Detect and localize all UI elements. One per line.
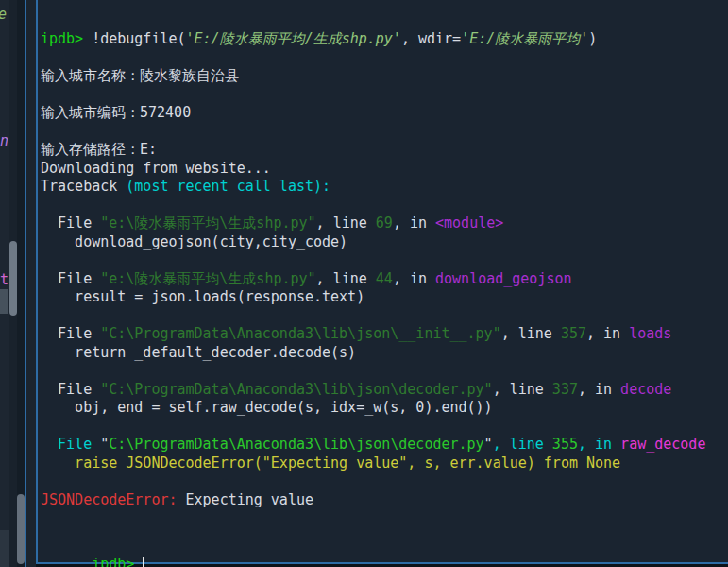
console-text-segment: 69 (376, 215, 393, 232)
console-text-segment: , in (393, 215, 435, 232)
console-text-segment: raw_decode (620, 436, 705, 453)
text-cursor (143, 557, 144, 567)
console-line: obj, end = self.raw_decode(s, idx=_w(s, … (41, 399, 728, 418)
ipython-debugger-console[interactable]: ipdb> !debugfile('E:/陵水暴雨平均/生成shp.py', w… (36, 0, 728, 564)
console-text-segment: , line (501, 325, 561, 342)
console-text-segment: , in (586, 325, 629, 342)
console-text-segment: 'E:/陵水暴雨平均' (461, 30, 588, 47)
console-text-segment: , line (493, 381, 552, 398)
console-text-segment: <module> (435, 215, 503, 232)
console-line: download_geojson(city,city_code) (41, 233, 728, 252)
console-line (41, 251, 728, 270)
console-text-segment: JSONDecodeError: (41, 491, 178, 508)
console-line: Traceback (most recent call last): (41, 178, 728, 197)
console-text-segment: loads (629, 325, 671, 342)
console-line (41, 49, 728, 68)
console-line: 输入城市编码：572400 (41, 104, 728, 123)
console-line (41, 418, 728, 437)
console-line (41, 307, 728, 326)
console-text-segment: , line (316, 270, 376, 287)
console-text-segment: File (41, 325, 100, 342)
ipdb-prompt: ipdb> (92, 556, 134, 567)
pane-gap (26, 0, 36, 567)
console-text-segment: , wdir= (401, 30, 461, 47)
editor-gutter-box (0, 289, 8, 314)
editor-bottom-box (0, 530, 9, 567)
console-text-segment: 输入城市名称：陵水黎族自治县 (41, 67, 239, 84)
console-text-segment: download_geojson(city,city_code) (41, 233, 347, 250)
pane-scrollbar-thumb[interactable] (17, 494, 25, 564)
console-text-segment: Expecting value (178, 491, 314, 508)
console-text-segment: " (100, 436, 109, 453)
console-text-segment: Traceback (41, 178, 126, 195)
console-text-segment: File (41, 381, 100, 398)
console-text-segment: 337 (552, 381, 578, 398)
console-line (41, 472, 728, 491)
editor-scrollbar-track[interactable] (9, 0, 17, 567)
console-text-segment: File (41, 436, 100, 453)
editor-code-fragment: e (0, 8, 7, 22)
console-text-segment: Downloading from website... (41, 160, 271, 177)
console-line: 输入存储路径：E: (41, 141, 728, 160)
console-line (41, 123, 728, 142)
console-output: ipdb> !debugfile('E:/陵水暴雨平均/生成shp.py', w… (41, 30, 728, 509)
console-line (41, 197, 728, 215)
console-line: return _default_decoder.decode(s) (41, 344, 728, 363)
console-text-segment: , in (393, 270, 435, 287)
console-text-segment: " (484, 436, 493, 453)
pane-scrollbar-track[interactable] (17, 0, 25, 567)
editor-pane-edge: e n t (0, 0, 17, 567)
console-text-segment: decode (620, 381, 671, 398)
console-text-segment: download_geojson (435, 270, 572, 287)
console-line: result = json.loads(response.text) (41, 288, 728, 307)
console-text-segment: File (41, 215, 100, 232)
console-text-segment: obj, end = self.raw_decode(s, idx=_w(s, … (41, 399, 493, 416)
console-text-segment: "C:\ProgramData\Anaconda3\lib\json\decod… (100, 381, 492, 398)
editor-scrollbar-thumb[interactable] (9, 241, 17, 316)
console-text-segment: 357 (561, 325, 586, 342)
console-line: File "e:\陵水暴雨平均\生成shp.py", line 44, in d… (41, 270, 728, 289)
console-line: File "C:\ProgramData\Anaconda3\lib\json\… (41, 325, 728, 344)
console-text-segment: "e:\陵水暴雨平均\生成shp.py" (100, 215, 315, 232)
console-text-segment: "e:\陵水暴雨平均\生成shp.py" (100, 270, 315, 287)
console-text-segment: , line (493, 436, 552, 453)
console-text-segment: ) (588, 30, 597, 47)
console-text-segment: 'E:/陵水暴雨平均/生成shp.py' (186, 30, 401, 47)
editor-code-fragment: t (0, 273, 8, 287)
console-text-segment: raise JSONDecodeError("Expecting value",… (41, 455, 620, 472)
console-line: Downloading from website... (41, 160, 728, 179)
console-text-segment: result = json.loads(response.text) (41, 288, 364, 305)
editor-code-fragment: n (0, 134, 8, 148)
console-text-segment: , in (578, 436, 620, 453)
console-text-segment: ipdb> (41, 30, 92, 47)
console-text-segment: , line (316, 215, 376, 232)
console-line (41, 362, 728, 381)
console-line: raise JSONDecodeError("Expecting value",… (41, 455, 728, 473)
console-line: 输入城市名称：陵水黎族自治县 (41, 67, 728, 86)
console-line: File "C:\ProgramData\Anaconda3\lib\json\… (41, 436, 728, 455)
console-line: File "C:\ProgramData\Anaconda3\lib\json\… (41, 381, 728, 400)
console-line (41, 86, 728, 105)
console-text-segment: 44 (376, 270, 393, 287)
console-line: File "e:\陵水暴雨平均\生成shp.py", line 69, in <… (41, 215, 728, 233)
console-text-segment: C:\ProgramData\Anaconda3\lib\json\decode… (109, 436, 483, 453)
console-text-segment: 输入存储路径：E: (41, 141, 157, 158)
console-text-segment: return _default_decoder.decode(s) (41, 344, 356, 361)
console-text-segment: "C:\ProgramData\Anaconda3\lib\json\__ini… (100, 325, 500, 342)
console-prompt-line[interactable]: ipdb> (41, 537, 728, 556)
spyder-window: e n t ipdb> !debugfile('E:/陵水暴雨平均/生成shp.… (0, 0, 728, 567)
console-text-segment: 355 (552, 436, 578, 453)
console-text-segment: (most recent call last): (126, 178, 330, 195)
console-line: ipdb> !debugfile('E:/陵水暴雨平均/生成shp.py', w… (41, 30, 728, 49)
console-text-segment: , in (578, 381, 620, 398)
console-line: JSONDecodeError: Expecting value (41, 491, 728, 510)
console-text-segment: File (41, 270, 100, 287)
console-text-segment: 输入城市编码：572400 (41, 104, 191, 121)
console-text-segment: !debugfile( (92, 30, 185, 47)
